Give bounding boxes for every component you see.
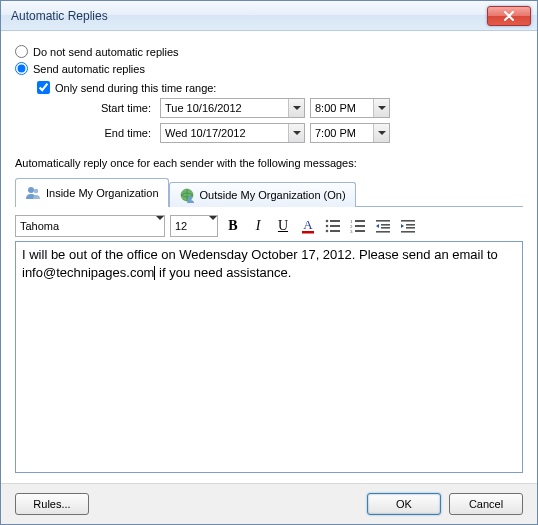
tab-outside-org[interactable]: Outside My Organization (On): [169, 182, 356, 207]
svg-text:3: 3: [350, 229, 353, 233]
font-color-button[interactable]: A: [298, 216, 318, 236]
time-range-grid: Start time: Tue 10/16/2012 8:00 PM End t…: [85, 98, 523, 143]
tab-inside-org[interactable]: Inside My Organization: [15, 178, 169, 207]
bullet-list-icon: [325, 219, 341, 233]
font-family-value: Tahoma: [20, 220, 59, 232]
svg-rect-9: [330, 225, 340, 227]
font-size-select[interactable]: 12: [170, 215, 218, 237]
tab-inside-label: Inside My Organization: [46, 187, 159, 199]
radio-send-label: Send automatic replies: [33, 63, 145, 75]
tab-strip: Inside My Organization Outside My Organi…: [15, 177, 523, 207]
cancel-button[interactable]: Cancel: [449, 493, 523, 515]
chevron-down-icon: [288, 99, 304, 117]
chevron-down-icon: [373, 124, 389, 142]
people-icon: [25, 185, 41, 201]
svg-rect-7: [330, 220, 340, 222]
message-editor[interactable]: I will be out of the office on Wedensday…: [15, 241, 523, 473]
svg-rect-25: [401, 231, 415, 233]
dialog-content: Do not send automatic replies Send autom…: [1, 31, 537, 483]
indent-button[interactable]: [398, 216, 418, 236]
svg-rect-15: [355, 225, 365, 227]
indent-icon: [400, 219, 416, 233]
svg-rect-17: [355, 230, 365, 232]
svg-rect-19: [381, 224, 390, 226]
outdent-icon: [375, 219, 391, 233]
titlebar: Automatic Replies: [1, 1, 537, 31]
start-time-value: 8:00 PM: [315, 102, 356, 114]
svg-point-10: [326, 230, 329, 233]
globe-people-icon: [179, 187, 195, 203]
svg-rect-23: [406, 224, 415, 226]
reply-section-label: Automatically reply once for each sender…: [15, 157, 523, 169]
end-time-label: End time:: [85, 127, 155, 139]
radio-send[interactable]: Send automatic replies: [15, 62, 523, 75]
chevron-down-icon: [288, 124, 304, 142]
checkbox-time-range-label: Only send during this time range:: [55, 82, 216, 94]
svg-point-6: [326, 220, 329, 223]
numbering-button[interactable]: 1 2 3: [348, 216, 368, 236]
radio-dont-send-input[interactable]: [15, 45, 28, 58]
svg-rect-20: [381, 227, 390, 229]
checkbox-time-range[interactable]: Only send during this time range:: [37, 81, 523, 94]
chevron-down-icon: [373, 99, 389, 117]
svg-rect-5: [302, 231, 314, 234]
underline-button[interactable]: U: [273, 216, 293, 236]
svg-rect-21: [376, 231, 390, 233]
automatic-replies-dialog: Automatic Replies Do not send automatic …: [0, 0, 538, 525]
start-date-value: Tue 10/16/2012: [165, 102, 242, 114]
svg-point-3: [188, 196, 192, 200]
end-time-select[interactable]: 7:00 PM: [310, 123, 390, 143]
bullets-button[interactable]: [323, 216, 343, 236]
close-button[interactable]: [487, 6, 531, 26]
svg-rect-24: [406, 227, 415, 229]
chevron-down-icon: [209, 220, 217, 232]
svg-point-8: [326, 225, 329, 228]
dialog-button-row: Rules... OK Cancel: [1, 483, 537, 524]
end-time-value: 7:00 PM: [315, 127, 356, 139]
font-size-value: 12: [175, 220, 187, 232]
start-time-select[interactable]: 8:00 PM: [310, 98, 390, 118]
rules-button[interactable]: Rules...: [15, 493, 89, 515]
outdent-button[interactable]: [373, 216, 393, 236]
close-icon: [503, 11, 515, 21]
bold-button[interactable]: B: [223, 216, 243, 236]
format-toolbar: Tahoma 12 B I U A: [15, 215, 523, 237]
chevron-down-icon: [156, 220, 164, 232]
radio-dont-send[interactable]: Do not send automatic replies: [15, 45, 523, 58]
ok-button[interactable]: OK: [367, 493, 441, 515]
window-title: Automatic Replies: [11, 9, 108, 23]
numbered-list-icon: 1 2 3: [350, 219, 366, 233]
start-date-select[interactable]: Tue 10/16/2012: [160, 98, 305, 118]
end-date-value: Wed 10/17/2012: [165, 127, 246, 139]
svg-rect-18: [376, 220, 390, 222]
svg-text:A: A: [303, 218, 313, 232]
end-date-select[interactable]: Wed 10/17/2012: [160, 123, 305, 143]
start-time-label: Start time:: [85, 102, 155, 114]
message-text-2: if you need assistance.: [155, 265, 291, 280]
radio-send-input[interactable]: [15, 62, 28, 75]
svg-rect-11: [330, 230, 340, 232]
italic-button[interactable]: I: [248, 216, 268, 236]
checkbox-time-range-input[interactable]: [37, 81, 50, 94]
svg-point-0: [28, 187, 34, 193]
font-color-icon: A: [301, 218, 315, 234]
tab-outside-label: Outside My Organization (On): [200, 189, 346, 201]
svg-point-1: [34, 189, 39, 194]
font-family-select[interactable]: Tahoma: [15, 215, 165, 237]
svg-rect-13: [355, 220, 365, 222]
svg-rect-22: [401, 220, 415, 222]
radio-dont-send-label: Do not send automatic replies: [33, 46, 179, 58]
